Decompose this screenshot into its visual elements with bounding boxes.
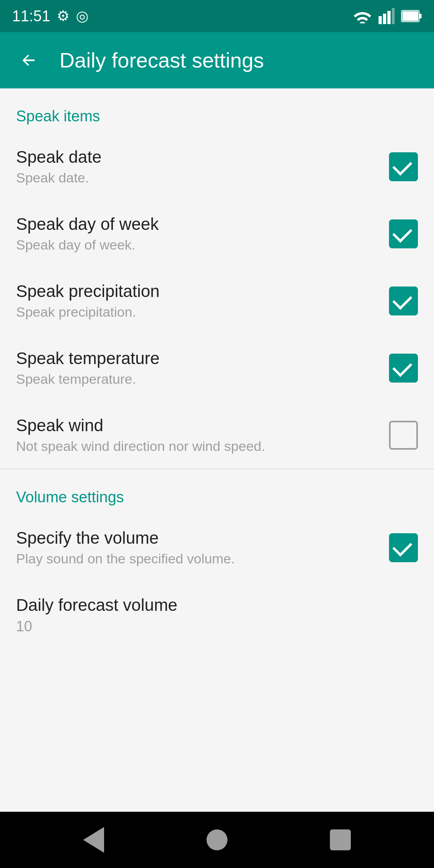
- content: Speak items Speak date Speak date. Speak…: [0, 88, 434, 812]
- circle-icon: ◎: [76, 8, 88, 25]
- nav-back-button[interactable]: [78, 824, 110, 856]
- speak-day-of-week-checkbox[interactable]: [389, 219, 418, 248]
- svg-rect-0: [379, 16, 382, 24]
- battery-icon: [401, 9, 422, 23]
- speak-temperature-item[interactable]: Speak temperature Speak temperature.: [0, 334, 434, 401]
- nav-recents-button[interactable]: [324, 824, 356, 856]
- speak-temperature-subtitle: Speak temperature.: [16, 371, 373, 387]
- speak-date-subtitle: Speak date.: [16, 170, 373, 186]
- speak-precipitation-title: Speak precipitation: [16, 282, 373, 301]
- status-bar: 11:51 ⚙ ◎: [0, 0, 434, 32]
- speak-wind-title: Speak wind: [16, 416, 373, 435]
- svg-rect-5: [419, 14, 422, 18]
- speak-temperature-checkbox[interactable]: [389, 354, 418, 383]
- wifi-icon: [353, 9, 372, 23]
- speak-date-checkbox[interactable]: [389, 152, 418, 181]
- speak-items-header: Speak items: [0, 88, 434, 133]
- home-circle-icon: [207, 829, 227, 850]
- daily-forecast-volume-value: 10: [16, 618, 402, 635]
- status-time: 11:51: [12, 8, 50, 25]
- speak-wind-subtitle: Not speak wind direction nor wind speed.: [16, 438, 373, 454]
- speak-precipitation-subtitle: Speak precipitation.: [16, 304, 373, 320]
- speak-day-of-week-subtitle: Speak day of week.: [16, 237, 373, 253]
- speak-precipitation-checkbox[interactable]: [389, 287, 418, 315]
- speak-precipitation-item[interactable]: Speak precipitation Speak precipitation.: [0, 267, 434, 334]
- signal-icon: [379, 8, 395, 24]
- specify-volume-checkbox[interactable]: [389, 533, 418, 562]
- specify-volume-item[interactable]: Specify the volume Play sound on the spe…: [0, 514, 434, 581]
- specify-volume-title: Specify the volume: [16, 528, 373, 548]
- speak-wind-checkbox[interactable]: [389, 421, 418, 450]
- status-left: 11:51 ⚙ ◎: [12, 8, 88, 25]
- app-bar-title: Daily forecast settings: [59, 48, 264, 72]
- daily-forecast-volume-item[interactable]: Daily forecast volume 10: [0, 581, 434, 649]
- specify-volume-subtitle: Play sound on the specified volume.: [16, 551, 373, 567]
- speak-temperature-title: Speak temperature: [16, 349, 373, 368]
- volume-settings-header: Volume settings: [0, 469, 434, 514]
- daily-forecast-volume-title: Daily forecast volume: [16, 596, 402, 615]
- app-bar: Daily forecast settings: [0, 32, 434, 88]
- svg-rect-6: [402, 11, 418, 21]
- svg-rect-3: [392, 8, 395, 24]
- svg-rect-2: [387, 11, 391, 24]
- svg-rect-1: [383, 14, 386, 24]
- speak-wind-item[interactable]: Speak wind Not speak wind direction nor …: [0, 401, 434, 469]
- nav-home-button[interactable]: [201, 824, 233, 856]
- status-right: [353, 8, 422, 24]
- speak-day-of-week-title: Speak day of week: [16, 215, 373, 234]
- back-button[interactable]: [14, 46, 43, 75]
- speak-day-of-week-item[interactable]: Speak day of week Speak day of week.: [0, 200, 434, 267]
- bottom-nav: [0, 812, 434, 868]
- settings-icon: ⚙: [57, 8, 70, 25]
- recents-square-icon: [330, 829, 351, 850]
- speak-date-item[interactable]: Speak date Speak date.: [0, 133, 434, 200]
- back-triangle-icon: [83, 827, 104, 853]
- speak-date-title: Speak date: [16, 147, 373, 167]
